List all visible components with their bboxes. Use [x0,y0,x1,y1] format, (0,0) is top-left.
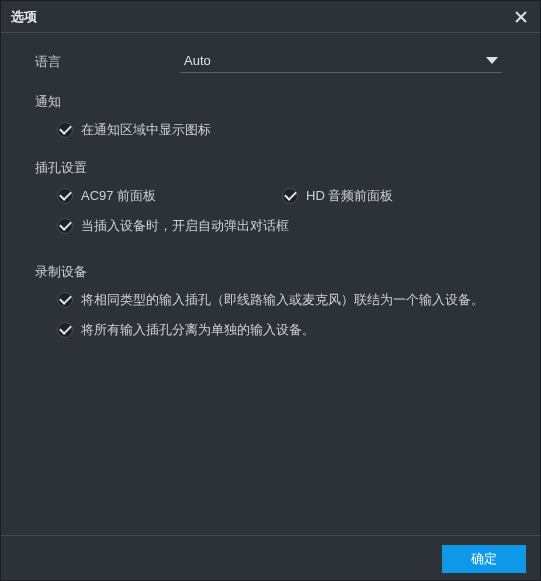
auto-popup-label: 当插入设备时，开启自动弹出对话框 [81,217,289,235]
show-tray-row: 在通知区域中显示图标 [57,121,512,139]
tie-same-type-row: 将相同类型的输入插孔（即线路输入或麦克风）联结为一个输入设备。 [57,291,512,309]
separate-all-checkbox[interactable] [57,322,73,338]
tie-same-type-label: 将相同类型的输入插孔（即线路输入或麦克风）联结为一个输入设备。 [81,291,484,309]
hd-audio-col: HD 音频前面板 [282,187,507,205]
ac97-col: AC97 前面板 [57,187,282,205]
content-area: 语言 Auto 通知 在通知区域中显示图标 插孔设置 AC97 前面板 HD 音… [1,33,540,535]
jack-section: 插孔设置 AC97 前面板 HD 音频前面板 当插入设备时，开启自动弹出对话框 [35,159,512,235]
auto-popup-row: 当插入设备时，开启自动弹出对话框 [57,217,512,235]
recording-title: 录制设备 [35,263,512,281]
titlebar: 选项 [1,1,540,33]
ac97-label: AC97 前面板 [81,187,156,205]
recording-section: 录制设备 将相同类型的输入插孔（即线路输入或麦克风）联结为一个输入设备。 将所有… [35,263,512,339]
show-tray-label: 在通知区域中显示图标 [81,121,211,139]
close-button[interactable] [512,8,530,26]
notification-section: 通知 在通知区域中显示图标 [35,93,512,139]
show-tray-checkbox[interactable] [57,122,73,138]
tie-same-type-checkbox[interactable] [57,292,73,308]
language-label: 语言 [35,53,180,71]
language-row: 语言 Auto [35,51,512,73]
auto-popup-checkbox[interactable] [57,218,73,234]
hd-audio-label: HD 音频前面板 [306,187,393,205]
close-icon [514,10,528,24]
language-dropdown[interactable]: Auto [180,51,502,73]
ok-button[interactable]: 确定 [442,545,526,573]
ac97-checkbox[interactable] [57,188,73,204]
footer: 确定 [1,535,540,581]
hd-audio-checkbox[interactable] [282,188,298,204]
jack-title: 插孔设置 [35,159,512,177]
separate-all-label: 将所有输入插孔分离为单独的输入设备。 [81,321,315,339]
jack-panel-row: AC97 前面板 HD 音频前面板 [57,187,512,205]
notification-title: 通知 [35,93,512,111]
language-value: Auto [184,53,211,68]
window-title: 选项 [11,8,37,26]
separate-all-row: 将所有输入插孔分离为单独的输入设备。 [57,321,512,339]
chevron-down-icon [486,57,498,64]
